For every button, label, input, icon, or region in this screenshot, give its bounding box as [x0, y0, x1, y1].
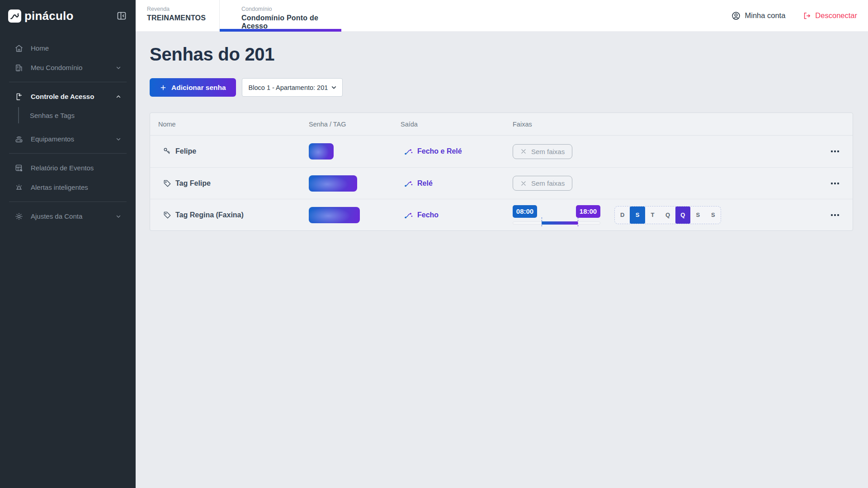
- exit-cell: Relé: [401, 179, 513, 188]
- sidebar-divider: [9, 153, 127, 154]
- exit-cell: Fecho e Relé: [401, 147, 513, 156]
- sidebar-item-meu-condominio[interactable]: Meu Condomínio: [0, 58, 136, 77]
- key-icon: [163, 147, 172, 156]
- time-range-slider: 08:00 18:00: [513, 205, 600, 226]
- tab-label: Condomínio Ponto de Acesso: [241, 14, 341, 30]
- route-icon: [404, 211, 413, 220]
- sidebar-subitem-label: Senhas e Tags: [30, 112, 75, 119]
- sidebar-item-alertas-inteligentes[interactable]: Alertas inteligentes: [0, 178, 136, 197]
- sidebar-item-controle-de-acesso[interactable]: Controle de Acesso: [0, 87, 136, 106]
- route-icon: [404, 147, 413, 156]
- logout-icon: [802, 11, 811, 20]
- table-row: Tag Regina (Faxina) Fecho 08: [150, 199, 853, 230]
- sidebar-item-label: Ajustes da Conta: [31, 212, 82, 220]
- add-password-label: Adicionar senha: [171, 84, 226, 92]
- sidebar-item-label: Alertas inteligentes: [31, 183, 88, 191]
- report-icon: [14, 164, 24, 173]
- row-actions-menu[interactable]: [830, 180, 840, 187]
- name-cell: Tag Regina (Faxina): [150, 211, 309, 220]
- time-range-start-handle[interactable]: 08:00: [513, 205, 537, 218]
- tab-category: Condomínio: [241, 6, 341, 12]
- day-chip-sexta[interactable]: S: [690, 206, 705, 224]
- tab-revenda-treinamentos[interactable]: Revenda TREINAMENTOS: [136, 0, 219, 32]
- sidebar-item-label: Controle de Acesso: [31, 93, 94, 100]
- secret-cell: [309, 175, 401, 192]
- row-actions-menu[interactable]: [830, 211, 840, 219]
- masked-tag-badge: [309, 175, 357, 192]
- slider-end-mark: [578, 217, 578, 226]
- no-time-ranges-button[interactable]: Sem faixas: [513, 144, 572, 159]
- logo-text: pináculo: [24, 9, 74, 23]
- page-title: Senhas do 201: [150, 44, 854, 65]
- column-header-nome: Nome: [150, 121, 309, 128]
- sidebar-item-senhas-e-tags[interactable]: Senhas e Tags: [0, 106, 136, 124]
- weekday-selector: D S T Q Q S S: [614, 206, 721, 224]
- sidebar-item-relatorio-de-eventos[interactable]: Relatório de Eventos: [0, 158, 136, 178]
- user-circle-icon: [731, 11, 741, 21]
- sidebar-item-home[interactable]: Home: [0, 38, 136, 58]
- my-account-button[interactable]: Minha conta: [731, 11, 785, 21]
- table-header: Nome Senha / TAG Saída Faixas: [150, 113, 853, 136]
- pinaculo-logo-icon: [8, 9, 21, 23]
- sidebar-nav: Home Meu Condomínio Controle de Acesso S…: [0, 32, 136, 226]
- close-icon: [520, 148, 527, 155]
- sidebar-item-ajustes-da-conta[interactable]: Ajustes da Conta: [0, 206, 136, 226]
- row-actions-menu[interactable]: [830, 148, 840, 155]
- unit-select-value: Bloco 1 - Apartamento: 201: [249, 84, 328, 91]
- name-cell: Felipe: [150, 147, 309, 156]
- no-time-ranges-label: Sem faixas: [531, 148, 565, 155]
- sidebar-divider: [9, 82, 127, 82]
- row-name: Felipe: [175, 147, 196, 155]
- chevron-down-icon: [116, 214, 121, 219]
- chevron-up-icon: [116, 94, 121, 99]
- close-icon: [520, 180, 527, 187]
- row-name: Tag Felipe: [175, 179, 211, 188]
- topbar-actions: Minha conta Desconectar: [731, 0, 868, 31]
- sidebar: pináculo Home Meu Condomínio Cont: [0, 0, 136, 488]
- tag-icon: [163, 179, 172, 188]
- sidebar-item-label: Meu Condomínio: [31, 64, 82, 71]
- row-name: Tag Regina (Faxina): [175, 211, 244, 219]
- slider-fill: [542, 221, 578, 225]
- sidebar-collapse-icon[interactable]: [115, 9, 128, 23]
- gear-icon: [14, 212, 24, 221]
- tag-icon: [163, 211, 172, 220]
- unit-select[interactable]: Bloco 1 - Apartamento: 201: [242, 78, 343, 97]
- secret-cell: [309, 207, 401, 223]
- name-cell: Tag Felipe: [150, 179, 309, 188]
- day-chip-segunda[interactable]: S: [630, 206, 645, 224]
- day-chip-sabado[interactable]: S: [706, 206, 721, 224]
- logout-button[interactable]: Desconectar: [802, 11, 857, 20]
- sidebar-item-equipamentos[interactable]: Equipamentos: [0, 129, 136, 149]
- exit-label: Relé: [417, 179, 433, 188]
- plus-icon: [160, 84, 167, 91]
- table-row: Tag Felipe Relé S: [150, 167, 853, 199]
- logout-label: Desconectar: [815, 11, 857, 20]
- column-header-faixas: Faixas: [513, 121, 853, 128]
- exit-label: Fecho e Relé: [417, 147, 462, 155]
- column-header-senha-tag: Senha / TAG: [309, 121, 401, 128]
- exit-cell: Fecho: [401, 211, 513, 220]
- topbar: Revenda TREINAMENTOS Condomínio Condomín…: [136, 0, 868, 32]
- day-chip-quarta[interactable]: Q: [660, 206, 675, 224]
- day-chip-quinta[interactable]: Q: [675, 206, 690, 224]
- tab-category: Revenda: [147, 6, 219, 12]
- building-icon: [14, 63, 24, 72]
- time-range-end-handle[interactable]: 18:00: [576, 205, 600, 218]
- passwords-table: Nome Senha / TAG Saída Faixas Felipe: [150, 113, 853, 231]
- controls-row: Adicionar senha Bloco 1 - Apartamento: 2…: [150, 78, 854, 97]
- day-chip-terca[interactable]: T: [645, 206, 660, 224]
- logo: pináculo: [0, 0, 136, 32]
- faixas-cell: Sem faixas: [513, 176, 853, 191]
- day-chip-domingo[interactable]: D: [615, 206, 630, 224]
- door-access-icon: [14, 92, 24, 101]
- exit-label: Fecho: [417, 211, 439, 219]
- add-password-button[interactable]: Adicionar senha: [150, 78, 236, 97]
- masked-password-badge: [309, 143, 334, 160]
- table-row: Felipe Fecho e Relé: [150, 136, 853, 167]
- tab-condominio-ponto-de-acesso[interactable]: Condomínio Condomínio Ponto de Acesso: [219, 0, 341, 32]
- home-icon: [14, 44, 24, 53]
- no-time-ranges-button[interactable]: Sem faixas: [513, 176, 572, 191]
- column-header-saida: Saída: [401, 121, 513, 128]
- main-content: Senhas do 201 Adicionar senha Bloco 1 - …: [136, 32, 868, 488]
